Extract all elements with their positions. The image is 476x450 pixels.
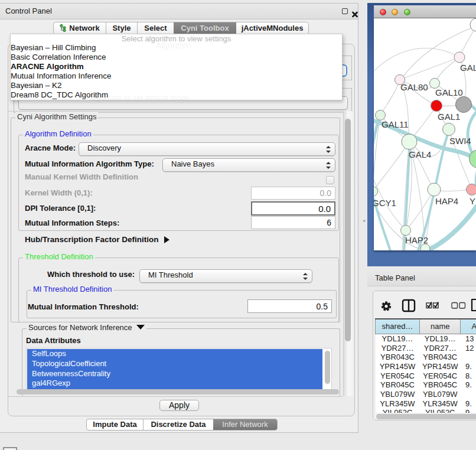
svg-text:HAP2: HAP2 bbox=[405, 235, 428, 245]
svg-text:GAL4: GAL4 bbox=[409, 149, 431, 159]
svg-text:GAL10: GAL10 bbox=[435, 87, 463, 97]
svg-text:SWI4: SWI4 bbox=[449, 136, 471, 146]
svg-text:GAL11: GAL11 bbox=[382, 119, 409, 129]
svg-text:GAL80: GAL80 bbox=[400, 82, 428, 92]
svg-text:GAL2: GAL2 bbox=[460, 63, 476, 73]
svg-text:HAP4: HAP4 bbox=[435, 196, 458, 206]
svg-text:Y: Y bbox=[470, 196, 475, 206]
svg-text:GCY1: GCY1 bbox=[374, 198, 396, 208]
svg-text:GAL1: GAL1 bbox=[438, 112, 460, 122]
